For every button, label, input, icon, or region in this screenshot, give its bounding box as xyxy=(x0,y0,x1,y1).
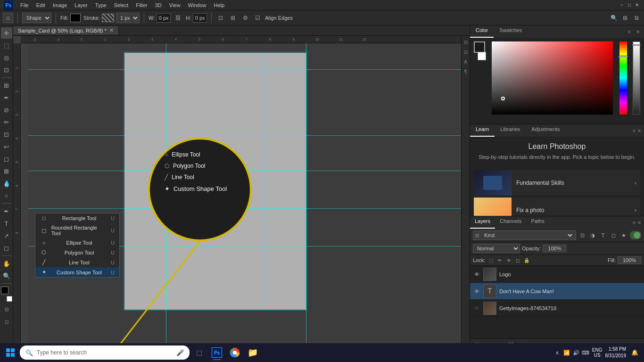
tab-channels[interactable]: Channels xyxy=(495,216,526,229)
lock-image-icon[interactable]: ✏ xyxy=(496,256,504,264)
menu-window[interactable]: Window xyxy=(184,1,209,9)
taskbar-explorer[interactable]: 📁 xyxy=(244,344,261,361)
layer-visibility-logo[interactable]: 👁 xyxy=(473,271,480,278)
tab-paths[interactable]: Paths xyxy=(527,216,549,229)
fill-value[interactable]: 100% xyxy=(618,256,641,264)
tray-network-icon[interactable]: 📶 xyxy=(563,349,570,356)
filter-adjust-icon[interactable]: ◑ xyxy=(588,231,597,239)
zoom-tool[interactable]: 🔍 xyxy=(1,270,12,281)
layer-item-logo[interactable]: 👁 Logo xyxy=(470,266,644,283)
menu-3d[interactable]: 3D xyxy=(152,1,165,9)
ctx-rounded-rect-tool[interactable]: ▢ Rounded Rectangle Tool U xyxy=(35,223,119,238)
ctx-line-tool[interactable]: ╱ Line Tool U xyxy=(35,257,119,267)
filter-pixel-icon[interactable]: ⊡ xyxy=(578,231,586,239)
healing-tool[interactable]: ⊘ xyxy=(1,104,12,115)
taskbar-task-view[interactable]: ⬚ xyxy=(190,344,207,361)
path-combine-icon[interactable]: ⊞ xyxy=(228,13,238,23)
learn-panel-close[interactable]: ✕ xyxy=(637,128,641,133)
menu-filter[interactable]: Filter xyxy=(132,1,150,9)
height-value[interactable]: 0 px xyxy=(193,13,207,23)
shape-tool[interactable]: ◻ xyxy=(1,242,12,254)
close-button[interactable]: ✕ xyxy=(634,2,640,8)
taskbar-chrome[interactable] xyxy=(226,344,243,361)
hand-tool[interactable]: ✋ xyxy=(1,258,12,269)
learn-panel-menu[interactable]: ≡ xyxy=(633,128,636,133)
fill-color-swatch[interactable] xyxy=(70,14,81,22)
menu-select[interactable]: Select xyxy=(111,1,132,9)
menu-view[interactable]: View xyxy=(166,1,184,9)
dodge-tool[interactable]: ○ xyxy=(1,190,12,201)
panel-collapse-icon-4[interactable]: ¶ xyxy=(462,67,469,76)
learn-card-fix-photo[interactable]: Fix a photo › xyxy=(474,197,640,216)
tab-learn[interactable]: Learn xyxy=(470,124,495,137)
path-align-icon[interactable]: ⊡ xyxy=(216,13,225,23)
ctx-custom-shape-tool[interactable]: ✦ Custom Shape Tool U xyxy=(35,267,119,277)
search-icon[interactable]: 🔍 xyxy=(609,13,619,23)
options-icon[interactable]: ☑ xyxy=(253,13,262,23)
pen-tool[interactable]: ✒ xyxy=(1,206,12,217)
screen-mode-btn[interactable]: ◻ xyxy=(1,316,12,327)
color-panel-close[interactable]: ✕ xyxy=(635,28,641,35)
ctx-ellipse-tool[interactable]: ○ Ellipse Tool U xyxy=(35,238,119,247)
menu-image[interactable]: Image xyxy=(50,1,71,9)
menu-type[interactable]: Type xyxy=(92,1,110,9)
background-swatch[interactable] xyxy=(478,52,486,60)
layers-panel-menu[interactable]: ≡ xyxy=(633,220,636,225)
canvas-workspace[interactable]: Don't ve A Cow Man! □ Rectangle Tool U xyxy=(21,43,470,351)
menu-file[interactable]: File xyxy=(17,1,32,9)
tab-libraries[interactable]: Libraries xyxy=(495,124,526,137)
tray-input-icon[interactable]: ⌨ xyxy=(582,349,589,356)
type-tool[interactable]: T xyxy=(1,218,12,229)
crop-tool[interactable]: ⊞ xyxy=(1,80,12,91)
tab-swatches[interactable]: Swatches xyxy=(494,25,528,38)
layer-visibility-getty[interactable]: 👁 xyxy=(473,304,480,312)
layers-panel-close[interactable]: ✕ xyxy=(637,220,641,225)
workspace-icon[interactable]: ⊞ xyxy=(620,13,630,23)
layer-visibility-text[interactable]: 👁 xyxy=(473,288,480,295)
lock-position-icon[interactable]: ✛ xyxy=(505,256,512,264)
maximize-button[interactable]: □ xyxy=(626,2,633,8)
notification-button[interactable]: 🔔 xyxy=(629,344,640,361)
tray-volume-icon[interactable]: 🔊 xyxy=(572,349,580,356)
ctx-rectangle-tool[interactable]: □ Rectangle Tool U xyxy=(35,214,119,223)
quick-mask-btn[interactable]: ⊡ xyxy=(1,304,12,315)
quick-select-tool[interactable]: ⊡ xyxy=(1,64,12,75)
width-value[interactable]: 0 px xyxy=(157,13,171,23)
filter-toggle[interactable] xyxy=(630,231,641,239)
brush-tool[interactable]: ✏ xyxy=(1,116,12,128)
lasso-tool[interactable]: ◎ xyxy=(1,52,12,63)
language-indicator[interactable]: ENGUS xyxy=(592,347,603,358)
eraser-tool[interactable]: ◻ xyxy=(1,153,12,165)
menu-edit[interactable]: Edit xyxy=(33,1,49,9)
minimize-button[interactable]: − xyxy=(619,2,625,8)
link-icon[interactable]: ⛓ xyxy=(173,13,183,23)
home-button[interactable]: ⌂ xyxy=(3,13,13,23)
document-tab[interactable]: Sample_Card @ 50% (Logo, RGB/8) * ✕ xyxy=(13,26,119,34)
eyedropper-tool[interactable]: ✒ xyxy=(1,92,12,103)
history-brush-tool[interactable]: ↩ xyxy=(1,141,12,152)
foreground-color[interactable] xyxy=(1,287,8,294)
gradient-tool[interactable]: ⊠ xyxy=(1,165,12,177)
close-tab-icon[interactable]: ✕ xyxy=(109,27,114,33)
arrange-icon[interactable]: ⧉ xyxy=(632,13,641,23)
panel-collapse-icon-3[interactable]: A xyxy=(462,58,469,66)
path-select-tool[interactable]: ↗ xyxy=(1,230,12,241)
tab-color[interactable]: Color xyxy=(470,25,494,38)
start-button[interactable] xyxy=(2,344,19,361)
filter-type-icon[interactable]: T xyxy=(599,231,607,239)
move-tool[interactable]: ✛ xyxy=(1,27,12,39)
blend-mode-select[interactable]: Normal Dissolve Multiply Screen Overlay xyxy=(473,244,520,253)
menu-help[interactable]: Help xyxy=(211,1,228,9)
settings-icon[interactable]: ⚙ xyxy=(240,13,250,23)
stroke-width-select[interactable]: 1 px xyxy=(116,13,140,23)
taskbar-search[interactable]: 🔍 Type here to search 🎤 xyxy=(20,346,190,360)
hue-slider[interactable] xyxy=(619,41,627,115)
panel-collapse-icon-1[interactable]: ⊡ xyxy=(462,38,469,46)
system-clock[interactable]: 1:58 PM 8/31/2019 xyxy=(605,346,627,359)
ctx-polygon-tool[interactable]: ⬡ Polygon Tool U xyxy=(35,247,119,257)
opacity-slider[interactable] xyxy=(633,41,640,115)
clone-tool[interactable]: ⊡ xyxy=(1,129,12,140)
panel-collapse-icon-2[interactable]: ⊡ xyxy=(462,48,469,56)
tab-adjustments[interactable]: Adjustments xyxy=(526,124,566,137)
foreground-swatch[interactable] xyxy=(474,41,485,53)
